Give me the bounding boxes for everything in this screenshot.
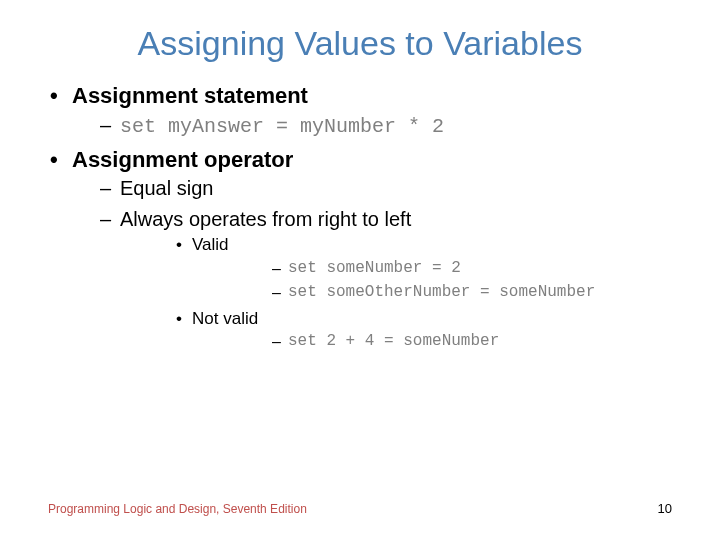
bullet-text: Always operates from right to left: [120, 208, 411, 230]
bullet-assignment-operator: Assignment operator Equal sign Always op…: [48, 145, 672, 354]
footer-book-title: Programming Logic and Design, Seventh Ed…: [48, 502, 307, 516]
slide-title: Assigning Values to Variables: [48, 24, 672, 63]
sub-bullet-equal-sign: Equal sign: [72, 174, 672, 202]
sub-bullet-valid: Valid set someNumber = 2 set someOtherNu…: [120, 233, 672, 304]
bullet-text: Equal sign: [120, 177, 213, 199]
sub-bullet-not-valid: Not valid set 2 + 4 = someNumber: [120, 307, 672, 354]
bullet-text: Not valid: [192, 309, 258, 328]
sub-bullet-code-example: set myAnswer = myNumber * 2: [72, 111, 672, 141]
sub-bullet-right-to-left: Always operates from right to left Valid…: [72, 205, 672, 353]
bullet-text: Valid: [192, 235, 229, 254]
code-text: set someNumber = 2: [288, 259, 461, 277]
page-number: 10: [658, 501, 672, 516]
code-not-valid-1: set 2 + 4 = someNumber: [192, 330, 672, 353]
bullet-text: Assignment operator: [72, 147, 293, 172]
bullet-list: Assignment statement set myAnswer = myNu…: [48, 81, 672, 354]
code-valid-1: set someNumber = 2: [192, 257, 672, 280]
code-text: set myAnswer = myNumber * 2: [120, 115, 444, 138]
bullet-text: Assignment statement: [72, 83, 308, 108]
code-text: set someOtherNumber = someNumber: [288, 283, 595, 301]
slide: Assigning Values to Variables Assignment…: [0, 0, 720, 540]
code-valid-2: set someOtherNumber = someNumber: [192, 281, 672, 304]
bullet-assignment-statement: Assignment statement set myAnswer = myNu…: [48, 81, 672, 141]
code-text: set 2 + 4 = someNumber: [288, 332, 499, 350]
